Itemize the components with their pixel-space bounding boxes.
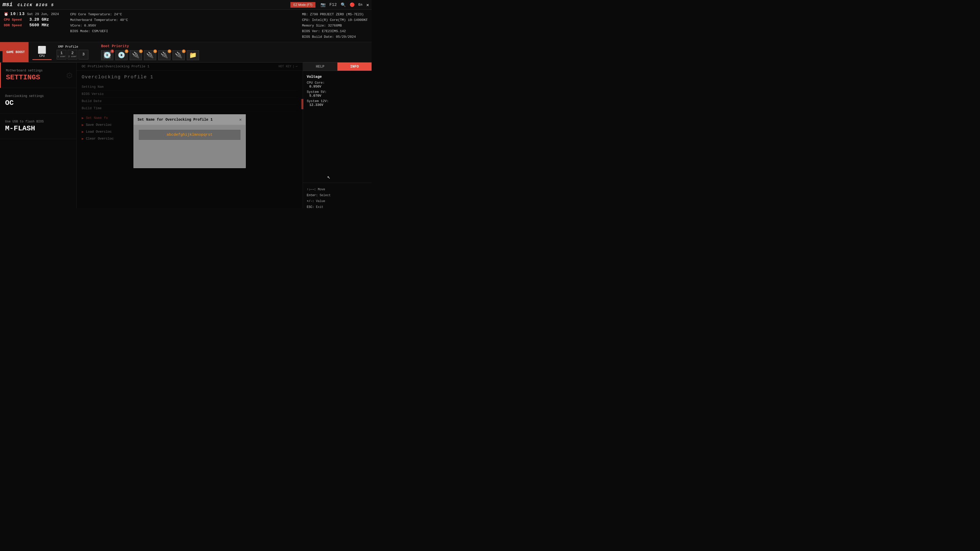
hdd-icon: 💽 [103, 52, 111, 59]
boot-device-file[interactable]: 📁 [187, 50, 199, 60]
hint-exit: ESC: Exit [307, 204, 368, 208]
modal-header: Set Name for Overclocking Profile 1 ✕ [134, 114, 245, 125]
boot-badge-usb2: U [153, 49, 157, 53]
main-content: OC Profiles\Overclocking Profile 1 HOT K… [76, 62, 303, 208]
boot-badge-usb1: U [139, 49, 143, 53]
sys5v-voltage-row: System 5V: 5.070V [307, 90, 368, 98]
cpu-button[interactable]: ⬜ CPU [32, 44, 52, 60]
boot-device-cd[interactable]: U 💿 [115, 50, 127, 60]
mflash-subtitle: Use USB to flash BIOS [5, 120, 71, 124]
xmp-btn-2[interactable]: 2 2 user [68, 50, 77, 59]
info-left: ⏰ 10:13 Sat 29 Jun, 2024 CPU Speed 3.20 … [4, 12, 60, 27]
bios-ver: BIOS Ver: E7E23IMS.142 [302, 29, 368, 34]
sys12v-label: System 12V: [307, 99, 368, 103]
time-text: 10:13 [10, 12, 25, 16]
ddr-speed-label: DDR Speed [4, 24, 27, 27]
clock-icon: ⏰ [4, 12, 8, 16]
boot-badge-usb3: U [168, 49, 171, 53]
bios-build-date: BIOS Build Date: 05/29/2024 [302, 34, 368, 40]
settings-title: SETTINGS [6, 73, 71, 81]
usb1-icon: 🔌 [132, 52, 140, 59]
ddr-speed-row: DDR Speed 5600 MHz [4, 23, 60, 27]
modal-body [134, 125, 245, 168]
key-hints: ↑↓←→: Move Enter: Select +/-: Value ESC:… [303, 183, 372, 208]
modal-title: Set Name for Overclocking Profile 1 [138, 118, 213, 122]
ddr-speed-value: 5600 MHz [29, 23, 49, 27]
boot-priority-section: Boot Priority 1 💽 U 💿 U 🔌 U 🔌 U 🔌 [97, 42, 203, 62]
main-layout: Motherboard settings SETTINGS ⚙ Overcloc… [0, 62, 372, 208]
boot-badge-usb4: U [182, 49, 186, 53]
ez-mode-button[interactable]: EZ Mode (F7) [290, 2, 315, 8]
right-panel-content: Voltage CPU Core: 0.956V System 5V: 5.07… [303, 71, 372, 174]
close-button[interactable]: ✕ [366, 2, 369, 8]
cpu-model: CPU: Intel(R) Core(TM) i9-14900KF [302, 17, 368, 23]
f12-label: F12 [329, 3, 337, 7]
tab-help[interactable]: HELP [303, 62, 337, 71]
cpu-speed-value: 3.20 GHz [29, 17, 49, 22]
modal-text-area [139, 142, 240, 163]
boot-device-usb4[interactable]: U 🔌 [172, 50, 185, 60]
mem-size: Memory Size: 32768MB [302, 23, 368, 29]
sys12v-val: 12.336V [307, 103, 368, 107]
boot-device-usb2[interactable]: U 🔌 [144, 50, 156, 60]
camera-icon[interactable]: 📷 [321, 2, 326, 7]
modal-close-button[interactable]: ✕ [239, 117, 242, 122]
boot-badge-hdd: 1 [110, 49, 114, 53]
search-icon[interactable]: 🔍 [341, 2, 346, 7]
cpu-speed-row: CPU Speed 3.20 GHz [4, 17, 60, 22]
sys5v-label: System 5V: [307, 90, 368, 94]
settings-subtitle: Motherboard settings [6, 69, 71, 73]
sys5v-val: 5.070V [307, 94, 368, 98]
top-bar-right: EZ Mode (F7) 📷 F12 🔍 🔴 En ✕ [290, 2, 369, 8]
cd-icon: 💿 [118, 52, 125, 59]
game-boost-label[interactable]: GAME BOOST [3, 42, 29, 62]
xmp-buttons: 1 1 user 2 2 user 3 [57, 50, 88, 59]
sys12v-voltage-row: System 12V: 12.336V [307, 99, 368, 107]
xmp-label: XMP Profile [57, 45, 78, 49]
oc-title: OC [5, 99, 71, 107]
app-logo: msi CLICK BIOS 5 [3, 2, 54, 8]
boot-devices: 1 💽 U 💿 U 🔌 U 🔌 U 🔌 U 🔌 [101, 50, 199, 60]
tab-info[interactable]: INFO [337, 62, 372, 71]
top-bar-icons: 📷 F12 🔍 🔴 En ✕ [321, 2, 369, 8]
info-right: MB: Z790 PROJECT ZERO (MS-7E23) CPU: Int… [302, 12, 368, 40]
settings-bg-icon: ⚙ [66, 69, 73, 81]
logo-click-bios: CLICK BIOS 5 [18, 3, 54, 7]
xmp-section: XMP Profile 1 1 user 2 2 user 3 [57, 45, 88, 59]
flag-icon[interactable]: 🔴 [350, 2, 355, 7]
sidebar-item-mflash[interactable]: Use USB to flash BIOS M-FLASH [0, 114, 76, 139]
vcore: VCore: 0.956V [70, 23, 292, 29]
voltage-title: Voltage [307, 75, 368, 79]
usb4-icon: 🔌 [175, 52, 183, 59]
time-display: ⏰ 10:13 Sat 29 Jun, 2024 [4, 12, 60, 16]
logo-msi: msi [3, 2, 13, 8]
boot-device-usb3[interactable]: U 🔌 [158, 50, 170, 60]
language-button[interactable]: En [359, 3, 363, 6]
cpu-core-val: 0.956V [307, 85, 368, 89]
boot-priority-label: Boot Priority [101, 44, 199, 48]
hint-value: +/-: Value [307, 198, 368, 204]
cpu-core-voltage-row: CPU Core: 0.956V [307, 81, 368, 89]
hint-select: Enter: Select [307, 192, 368, 198]
xmp-btn-1[interactable]: 1 1 user [57, 50, 66, 59]
sidebar-item-oc[interactable]: Overclocking settings OC [0, 88, 76, 114]
bios-mode: BIOS Mode: CSM/UEFI [70, 29, 292, 34]
boot-badge-cd: U [125, 49, 128, 53]
right-panel: HELP INFO Voltage CPU Core: 0.956V Syste… [303, 62, 372, 208]
hint-move: ↑↓←→: Move [307, 187, 368, 192]
file-icon: 📁 [189, 52, 197, 59]
modal-name-input[interactable] [139, 130, 240, 140]
modal-overlay: Set Name for Overclocking Profile 1 ✕ [76, 62, 303, 208]
cpu-speed-label: CPU Speed [4, 18, 27, 22]
right-panel-tabs: HELP INFO [303, 62, 372, 71]
usb3-icon: 🔌 [161, 52, 168, 59]
sidebar-item-settings[interactable]: Motherboard settings SETTINGS ⚙ [0, 62, 76, 88]
boot-device-usb1[interactable]: U 🔌 [130, 50, 142, 60]
mb-temp: Motherboard Temperature: 40°C [70, 17, 292, 23]
cpu-core-label: CPU Core: [307, 81, 368, 85]
xmp-btn-3[interactable]: 3 [79, 50, 88, 59]
set-name-modal: Set Name for Overclocking Profile 1 ✕ [134, 114, 246, 168]
top-bar: msi CLICK BIOS 5 EZ Mode (F7) 📷 F12 🔍 🔴 … [0, 0, 372, 10]
oc-subtitle: Overclocking settings [5, 94, 71, 98]
boot-device-hdd[interactable]: 1 💽 [101, 50, 113, 60]
